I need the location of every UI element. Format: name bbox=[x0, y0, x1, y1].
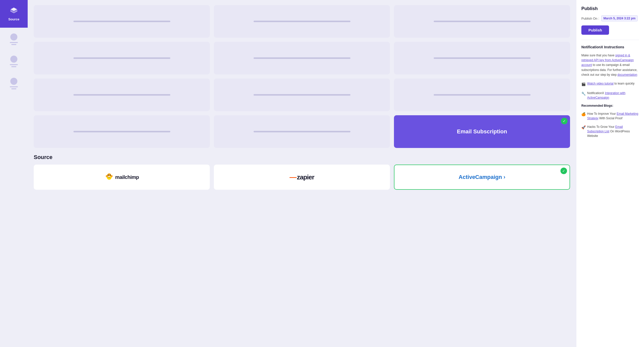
integration-row: 🔧 NotificationX Integration with ActiveC… bbox=[581, 91, 639, 100]
zapier-dash-icon: — bbox=[290, 173, 296, 181]
source-section: Source bbox=[34, 154, 570, 190]
nav-avatar-2 bbox=[10, 56, 17, 63]
card-placeholder bbox=[73, 57, 170, 59]
divider bbox=[581, 40, 639, 40]
video-tutorial-row: 🎬 Watch video tutorial to learn quickly bbox=[581, 81, 639, 87]
card-type-email-subscription[interactable]: Email Subscription ✓ bbox=[394, 115, 570, 148]
activecampaign-selected-icon: ✓ bbox=[560, 168, 567, 174]
publish-on-row: Publish On : March 5, 2024 3:22 pm bbox=[581, 15, 639, 21]
mailchimp-monkey-icon bbox=[105, 172, 114, 183]
integration-text: NotificationX Integration with ActiveCam… bbox=[587, 91, 639, 100]
card-type-1[interactable] bbox=[34, 5, 210, 38]
source-cards-grid: mailchimp —zapier ActiveCampaign › ✓ bbox=[34, 165, 570, 190]
selected-checkmark-icon: ✓ bbox=[561, 118, 568, 124]
instructions-body: Make sure that you have signed in & retr… bbox=[581, 53, 639, 77]
card-type-7[interactable] bbox=[34, 79, 210, 111]
video-link-text: Watch video tutorial to learn quickly bbox=[587, 81, 634, 86]
card-type-3[interactable] bbox=[394, 5, 570, 38]
sidebar-item-3[interactable] bbox=[3, 73, 25, 94]
publish-button[interactable]: Publish bbox=[581, 25, 609, 35]
source-card-mailchimp[interactable]: mailchimp bbox=[34, 165, 210, 190]
zapier-text: zapier bbox=[297, 173, 314, 181]
sidebar-item-1[interactable] bbox=[3, 29, 25, 49]
card-placeholder bbox=[254, 57, 350, 59]
publish-on-label: Publish On : bbox=[581, 17, 599, 20]
video-tutorial-link[interactable]: Watch video tutorial bbox=[587, 82, 614, 85]
sidebar-item-source[interactable]: Source bbox=[0, 0, 28, 28]
nav-avatar-3 bbox=[10, 78, 17, 85]
svg-point-3 bbox=[110, 175, 111, 176]
blog1-icon: 🍊 bbox=[581, 112, 586, 117]
blog2-text: Hacks To Grow Your Email Subscription Li… bbox=[587, 125, 639, 138]
video-icon: 🎬 bbox=[581, 82, 586, 87]
nav-lines-3 bbox=[10, 86, 18, 89]
nav-lines-1 bbox=[10, 42, 18, 45]
blog1-text: How To Improve Your Email Marketing Stra… bbox=[587, 111, 639, 121]
card-placeholder bbox=[254, 94, 350, 96]
publish-date-value[interactable]: March 5, 2024 3:22 pm bbox=[601, 15, 638, 21]
card-type-4[interactable] bbox=[34, 42, 210, 74]
card-placeholder bbox=[73, 131, 170, 132]
svg-point-5 bbox=[106, 175, 107, 177]
svg-point-6 bbox=[111, 175, 112, 177]
right-panel: Publish Publish On : March 5, 2024 3:22 … bbox=[576, 0, 644, 347]
email-subscription-label: Email Subscription bbox=[457, 128, 507, 135]
nav-line-short bbox=[11, 66, 16, 67]
zapier-logo: —zapier bbox=[290, 173, 314, 181]
card-placeholder bbox=[434, 21, 531, 22]
publish-title: Publish bbox=[581, 6, 639, 11]
blog-row-1: 🍊 How To Improve Your Email Marketing St… bbox=[581, 111, 639, 121]
nav-lines-2 bbox=[10, 64, 18, 67]
activecampaign-text: ActiveCampaign › bbox=[459, 174, 505, 180]
nav-line bbox=[10, 42, 18, 43]
nav-line-short bbox=[11, 44, 16, 45]
card-type-8[interactable] bbox=[214, 79, 390, 111]
card-placeholder bbox=[434, 57, 531, 59]
card-placeholder bbox=[73, 21, 170, 22]
card-placeholder bbox=[254, 131, 350, 132]
card-type-2[interactable] bbox=[214, 5, 390, 38]
blog2-icon: 🚀 bbox=[581, 125, 586, 130]
blog-row-2: 🚀 Hacks To Grow Your Email Subscription … bbox=[581, 125, 639, 138]
mailchimp-logo: mailchimp bbox=[105, 172, 139, 183]
nav-line-short bbox=[11, 88, 16, 89]
card-type-6[interactable] bbox=[394, 42, 570, 74]
nav-avatar-1 bbox=[10, 33, 17, 41]
documentation-link[interactable]: documentation bbox=[617, 73, 637, 76]
sidebar-source-label: Source bbox=[8, 17, 19, 21]
notification-type-grid: Email Subscription ✓ bbox=[34, 5, 570, 148]
layers-icon bbox=[10, 7, 18, 16]
source-section-title: Source bbox=[34, 154, 570, 161]
main-content: Email Subscription ✓ Source bbox=[28, 0, 576, 347]
nav-line bbox=[10, 86, 18, 87]
source-card-zapier[interactable]: —zapier bbox=[214, 165, 390, 190]
mailchimp-text: mailchimp bbox=[115, 174, 139, 180]
sidebar: Source bbox=[0, 0, 28, 347]
instructions-text-1: Make sure that you have bbox=[581, 54, 615, 57]
card-type-10[interactable] bbox=[34, 115, 210, 148]
card-placeholder bbox=[73, 94, 170, 96]
source-card-activecampaign[interactable]: ActiveCampaign › ✓ bbox=[394, 165, 570, 190]
recommended-title: Recommended Blogs: bbox=[581, 104, 639, 107]
card-type-9[interactable] bbox=[394, 79, 570, 111]
nav-line bbox=[10, 64, 18, 65]
card-type-11[interactable] bbox=[214, 115, 390, 148]
integration-icon: 🔧 bbox=[581, 91, 586, 96]
card-placeholder bbox=[434, 94, 531, 96]
card-placeholder bbox=[254, 21, 350, 22]
instructions-title: NotificationX Instructions bbox=[581, 45, 639, 49]
svg-point-2 bbox=[108, 175, 109, 176]
sidebar-item-2[interactable] bbox=[3, 51, 25, 71]
card-type-5[interactable] bbox=[214, 42, 390, 74]
activecampaign-logo: ActiveCampaign › bbox=[459, 174, 505, 180]
